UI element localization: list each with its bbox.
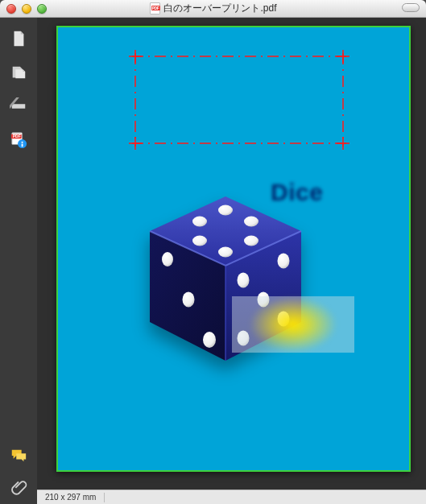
status-divider: [104, 493, 105, 502]
svg-point-17: [162, 252, 173, 266]
svg-point-11: [192, 217, 207, 227]
status-bar: 210 x 297 mm: [37, 490, 426, 504]
selection-rectangle[interactable]: [132, 53, 346, 147]
window-title: 白のオーバープリント.pdf: [149, 2, 276, 15]
svg-point-15: [218, 247, 233, 258]
svg-rect-7: [22, 144, 23, 147]
svg-point-21: [278, 254, 290, 269]
svg-point-19: [203, 332, 216, 348]
window-controls: [6, 4, 47, 14]
sidebar: PDF: [0, 18, 37, 504]
svg-point-14: [192, 236, 207, 246]
close-button[interactable]: [6, 4, 16, 14]
minimize-button[interactable]: [22, 4, 31, 14]
overprint-swatch: [232, 296, 354, 353]
attachments-tool[interactable]: [9, 477, 28, 496]
main-area: PDF: [0, 18, 426, 504]
toolbar-toggle-button[interactable]: [402, 3, 420, 12]
page-bounds: Dice: [56, 26, 411, 472]
document-viewer[interactable]: Dice: [37, 18, 426, 504]
svg-point-18: [183, 292, 195, 308]
svg-point-13: [244, 217, 258, 227]
svg-rect-6: [22, 142, 23, 143]
svg-point-16: [244, 236, 258, 246]
document-tool[interactable]: [9, 29, 28, 48]
svg-point-20: [238, 273, 250, 288]
zoom-button[interactable]: [37, 4, 47, 14]
comments-tool[interactable]: [9, 446, 28, 465]
glow-icon: [249, 296, 337, 353]
window-title-text: 白のオーバープリント.pdf: [163, 2, 276, 15]
page-dimensions: 210 x 297 mm: [45, 493, 96, 502]
page-canvas: Dice: [58, 27, 409, 470]
svg-text:PDF: PDF: [13, 134, 21, 138]
edit-slash-tool[interactable]: [9, 97, 28, 116]
copy-page-tool[interactable]: [9, 63, 28, 82]
pdf-info-tool[interactable]: PDF: [9, 130, 28, 150]
window-titlebar: 白のオーバープリント.pdf: [0, 0, 426, 18]
svg-point-12: [218, 205, 233, 216]
svg-rect-0: [12, 104, 26, 109]
svg-point-5: [18, 139, 27, 148]
pdf-file-icon: [149, 2, 159, 14]
